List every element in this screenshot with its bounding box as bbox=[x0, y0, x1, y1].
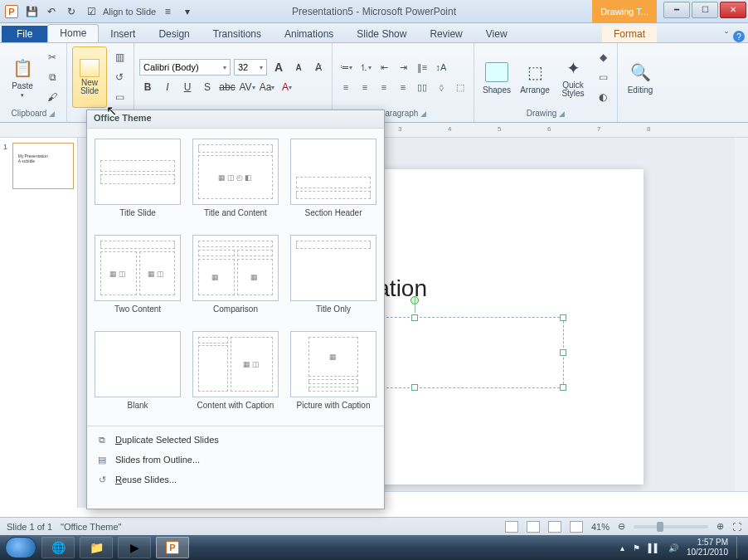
italic-button[interactable]: I bbox=[159, 79, 176, 95]
font-name-combo[interactable]: Calibri (Body)▾ bbox=[139, 59, 231, 75]
tab-transitions[interactable]: Transitions bbox=[202, 26, 273, 42]
shapes-button[interactable]: Shapes bbox=[479, 46, 514, 108]
layout-title-slide[interactable]: Title Slide bbox=[90, 139, 185, 230]
editing-button[interactable]: 🔍Editing bbox=[623, 46, 658, 108]
tab-format[interactable]: Format bbox=[602, 26, 657, 42]
shape-outline-icon[interactable]: ▭ bbox=[594, 68, 612, 86]
checkbox-icon[interactable]: ☑ bbox=[83, 3, 100, 20]
shrink-font-icon[interactable]: A bbox=[290, 59, 307, 75]
tab-slideshow[interactable]: Slide Show bbox=[345, 26, 418, 42]
bullets-icon[interactable]: ≔▾ bbox=[338, 59, 354, 75]
tray-volume-icon[interactable]: 🔊 bbox=[668, 543, 678, 553]
shape-effects-icon[interactable]: ◐ bbox=[594, 88, 612, 106]
arrange-button[interactable]: ⬚Arrange bbox=[517, 46, 552, 108]
reset-icon[interactable]: ↺ bbox=[110, 68, 129, 86]
slideshow-view-icon[interactable] bbox=[570, 521, 583, 533]
strikethrough-button[interactable]: abc bbox=[219, 79, 236, 95]
layout-title-and-content[interactable]: ▦◫◴◧ Title and Content bbox=[188, 139, 283, 230]
change-case-icon[interactable]: Aa▾ bbox=[259, 79, 275, 95]
sorter-view-icon[interactable] bbox=[527, 521, 540, 533]
layout-two-content[interactable]: ▦◫▦◫ Two Content bbox=[90, 235, 185, 326]
resize-handle-ne[interactable] bbox=[560, 314, 566, 321]
qat-more-icon[interactable]: ▾ bbox=[179, 3, 196, 20]
layout-icon[interactable]: ▥ bbox=[110, 48, 129, 66]
resize-handle-se[interactable] bbox=[560, 384, 566, 391]
layout-content-with-caption[interactable]: ▦◫ Content with Caption bbox=[188, 331, 283, 422]
help-icon[interactable]: ? bbox=[733, 31, 745, 42]
cut-icon[interactable]: ✂ bbox=[43, 48, 61, 66]
tab-review[interactable]: Review bbox=[418, 26, 474, 42]
close-button[interactable]: ✕ bbox=[720, 2, 746, 18]
align-icon[interactable]: ≡ bbox=[159, 3, 176, 20]
tray-up-icon[interactable]: ▴ bbox=[620, 543, 624, 553]
slides-panel[interactable]: 1 My Presentation A subtitle bbox=[0, 138, 78, 508]
columns-icon[interactable]: ▯▯ bbox=[414, 79, 430, 95]
taskbar-ie-icon[interactable]: 🌐 bbox=[41, 537, 75, 558]
undo-icon[interactable]: ↶ bbox=[43, 3, 60, 20]
tray-flag-icon[interactable]: ⚑ bbox=[633, 543, 640, 553]
copy-icon[interactable]: ⧉ bbox=[43, 68, 61, 86]
text-direction-icon[interactable]: ↕A bbox=[433, 59, 449, 75]
new-slide-button[interactable]: New Slide bbox=[72, 46, 107, 108]
underline-button[interactable]: U bbox=[179, 79, 196, 95]
resize-handle-s[interactable] bbox=[411, 384, 418, 391]
layout-picture-with-caption[interactable]: ▦ Picture with Caption bbox=[286, 331, 381, 422]
section-icon[interactable]: ▭ bbox=[110, 88, 129, 106]
paste-button[interactable]: 📋 Paste ▾ bbox=[5, 46, 40, 108]
resize-handle-n[interactable] bbox=[411, 314, 418, 321]
reuse-slides-item[interactable]: ↺Reuse Slides... bbox=[87, 470, 384, 489]
normal-view-icon[interactable] bbox=[505, 521, 518, 533]
tab-insert[interactable]: Insert bbox=[99, 26, 147, 42]
taskbar-explorer-icon[interactable]: 📁 bbox=[80, 537, 113, 558]
bold-button[interactable]: B bbox=[139, 79, 156, 95]
line-spacing-icon[interactable]: ‖≡ bbox=[414, 59, 430, 75]
minimize-ribbon-icon[interactable]: ˇ bbox=[725, 31, 728, 42]
tab-home[interactable]: Home bbox=[47, 24, 99, 42]
minimize-button[interactable]: ━ bbox=[663, 2, 690, 18]
layout-title-only[interactable]: Title Only bbox=[286, 235, 381, 326]
taskbar-media-icon[interactable]: ▶ bbox=[118, 537, 151, 558]
taskbar-powerpoint-icon[interactable]: P bbox=[156, 537, 189, 558]
layout-comparison[interactable]: ▦▦ Comparison bbox=[188, 235, 283, 326]
tray-network-icon[interactable]: ▌▌ bbox=[648, 543, 660, 553]
drawing-launcher-icon[interactable]: ◢ bbox=[559, 110, 565, 118]
vertical-scrollbar[interactable] bbox=[735, 138, 748, 508]
zoom-out-icon[interactable]: ⊖ bbox=[618, 521, 625, 532]
clipboard-launcher-icon[interactable]: ◢ bbox=[49, 110, 55, 118]
start-button[interactable] bbox=[5, 537, 36, 558]
tab-animations[interactable]: Animations bbox=[273, 26, 345, 42]
layout-blank[interactable]: Blank bbox=[90, 331, 185, 422]
show-desktop-button[interactable] bbox=[736, 537, 743, 558]
font-color-icon[interactable]: A▾ bbox=[279, 79, 295, 95]
tab-file[interactable]: File bbox=[2, 26, 47, 42]
tab-view[interactable]: View bbox=[474, 26, 519, 42]
shape-fill-icon[interactable]: ◆ bbox=[594, 48, 612, 66]
align-left-icon[interactable]: ≡ bbox=[338, 79, 354, 95]
duplicate-slides-item[interactable]: ⧉Duplicate Selected Slides bbox=[87, 430, 384, 450]
numbering-icon[interactable]: ⒈▾ bbox=[357, 59, 373, 75]
contextual-tab-drawing[interactable]: Drawing T... bbox=[592, 0, 657, 23]
thumb-preview[interactable]: My Presentation A subtitle bbox=[12, 143, 74, 189]
reading-view-icon[interactable] bbox=[548, 521, 561, 533]
tray-clock[interactable]: 1:57 PM 10/21/2010 bbox=[687, 538, 728, 558]
clear-formatting-icon[interactable]: A̷ bbox=[310, 59, 327, 75]
format-painter-icon[interactable]: 🖌 bbox=[43, 88, 61, 106]
app-icon[interactable]: P bbox=[3, 3, 20, 20]
align-center-icon[interactable]: ≡ bbox=[357, 79, 373, 95]
paragraph-launcher-icon[interactable]: ◢ bbox=[420, 110, 426, 118]
smartart-icon[interactable]: ⬚ bbox=[452, 79, 469, 95]
save-icon[interactable]: 💾 bbox=[23, 3, 40, 20]
align-text-icon[interactable]: ⎀ bbox=[433, 79, 449, 95]
increase-indent-icon[interactable]: ⇥ bbox=[395, 59, 411, 75]
tab-design[interactable]: Design bbox=[147, 26, 201, 42]
resize-handle-e[interactable] bbox=[560, 349, 566, 356]
decrease-indent-icon[interactable]: ⇤ bbox=[376, 59, 392, 75]
quick-styles-button[interactable]: ✦Quick Styles bbox=[556, 46, 590, 108]
zoom-thumb[interactable] bbox=[657, 522, 663, 532]
align-right-icon[interactable]: ≡ bbox=[376, 79, 392, 95]
zoom-in-icon[interactable]: ⊕ bbox=[716, 521, 724, 532]
slide-thumbnail[interactable]: 1 My Presentation A subtitle bbox=[3, 143, 74, 189]
zoom-slider[interactable] bbox=[634, 525, 708, 528]
layout-section-header[interactable]: Section Header bbox=[286, 139, 381, 230]
font-size-combo[interactable]: 32▾ bbox=[234, 59, 267, 75]
